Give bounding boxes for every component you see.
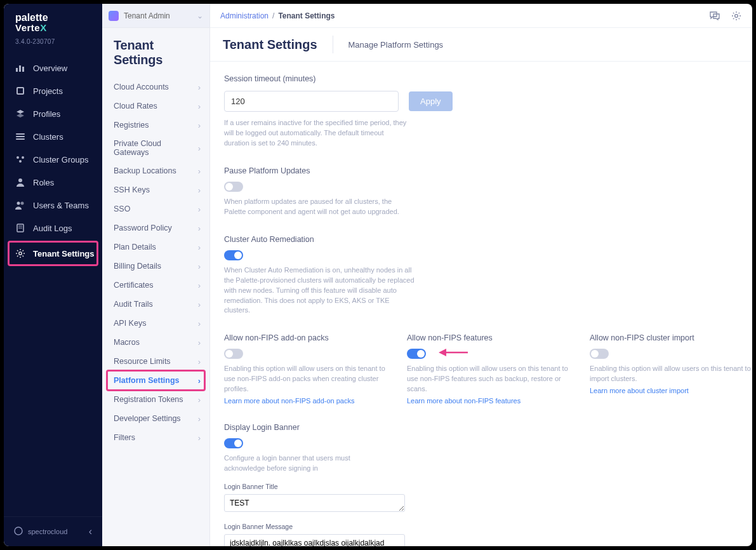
chevron-left-icon[interactable]: ‹ xyxy=(89,526,92,537)
login-title-input[interactable] xyxy=(224,494,405,512)
subnav-sso[interactable]: SSO› xyxy=(102,199,209,218)
subnav-label: Platform Settings xyxy=(114,376,180,385)
fips-import-block: Allow non-FIPS cluster import Enabling t… xyxy=(590,333,752,405)
fips-import-link[interactable]: Learn more about cluster import xyxy=(590,387,689,394)
page-subtitle: Manage Platform Settings xyxy=(348,40,444,50)
sidebar-footer[interactable]: spectrocloud ‹ xyxy=(4,516,102,546)
settings-sidebar: Tenant Admin ⌄ Tenant Settings Cloud Acc… xyxy=(102,4,210,546)
nav-profiles[interactable]: Profiles xyxy=(4,102,102,125)
nav-clusters[interactable]: Clusters xyxy=(4,125,102,148)
chevron-right-icon: › xyxy=(198,433,201,443)
subnav-label: Certificates xyxy=(114,281,154,290)
auto-remediation-toggle[interactable] xyxy=(224,250,243,260)
subnav-label: Audit Trails xyxy=(114,300,153,309)
fips-row: Allow non-FIPS add-on packs Enabling thi… xyxy=(224,333,738,405)
svg-point-15 xyxy=(15,527,22,535)
chat-icon[interactable] xyxy=(709,10,720,22)
subnav-private-cloud-gateways[interactable]: Private Cloud Gateways› xyxy=(102,135,209,161)
subnav-registration-tokens[interactable]: Registration Tokens› xyxy=(102,390,209,409)
svg-rect-2 xyxy=(22,67,24,72)
subnav-backup-locations[interactable]: Backup Locations› xyxy=(102,161,209,180)
document-icon xyxy=(15,223,25,233)
subnav-registries[interactable]: Registries› xyxy=(102,116,209,135)
fips-packs-toggle[interactable] xyxy=(224,349,243,359)
breadcrumb-sep: / xyxy=(272,11,274,20)
subnav-platform-settings[interactable]: Platform Settings› xyxy=(102,371,209,390)
svg-point-10 xyxy=(21,202,24,205)
nav-overview[interactable]: Overview xyxy=(4,57,102,79)
login-title-label: Login Banner Title xyxy=(224,483,738,490)
chevron-right-icon: › xyxy=(198,395,201,405)
fips-import-toggle[interactable] xyxy=(590,349,609,359)
nav-projects[interactable]: Projects xyxy=(4,79,102,102)
login-help: Configure a login banner that users must… xyxy=(224,453,389,474)
svg-point-9 xyxy=(17,202,20,205)
nav-users-teams[interactable]: Users & Teams xyxy=(4,194,102,217)
nav-tenant-settings[interactable]: Tenant Settings xyxy=(4,242,102,265)
subnav-certificates[interactable]: Certificates› xyxy=(102,276,209,295)
fips-packs-block: Allow non-FIPS add-on packs Enabling thi… xyxy=(224,333,389,405)
fips-import-title: Allow non-FIPS cluster import xyxy=(590,333,752,342)
chevron-right-icon: › xyxy=(198,319,201,328)
chevron-right-icon: › xyxy=(198,185,201,195)
fips-packs-help: Enabling this option will allow users on… xyxy=(224,364,389,394)
nav-roles[interactable]: Roles xyxy=(4,171,102,194)
nav-label: Overview xyxy=(33,64,67,73)
fips-feat-link[interactable]: Learn more about non-FIPS features xyxy=(407,397,521,405)
tenant-label: Tenant Admin xyxy=(124,11,170,20)
chevron-right-icon: › xyxy=(198,376,201,386)
subnav-label: Cloud Accounts xyxy=(114,83,169,91)
subnav-cloud-rates[interactable]: Cloud Rates› xyxy=(102,97,209,116)
chevron-right-icon: › xyxy=(198,102,201,111)
subnav-label: Macros xyxy=(114,338,140,347)
content-area: Session timeout (minutes) Apply If a use… xyxy=(210,62,752,546)
vendor-label: spectrocloud xyxy=(28,528,67,535)
session-timeout-label: Session timeout (minutes) xyxy=(224,74,738,83)
primary-sidebar: palette VerteX 3.4.0-230707 Overview Pro… xyxy=(4,4,102,546)
subnav-api-keys[interactable]: API Keys› xyxy=(102,314,209,333)
nav-label: Tenant Settings xyxy=(33,249,95,258)
chevron-right-icon: › xyxy=(198,243,201,252)
subnav-billing-details[interactable]: Billing Details› xyxy=(102,257,209,276)
subnav-resource-limits[interactable]: Resource Limits› xyxy=(102,352,209,371)
svg-point-5 xyxy=(17,156,19,159)
subnav-label: Password Policy xyxy=(114,224,172,232)
subnav-developer-settings[interactable]: Developer Settings› xyxy=(102,409,209,428)
subnav-label: API Keys xyxy=(114,319,146,328)
subnav-plan-details[interactable]: Plan Details› xyxy=(102,238,209,257)
pause-updates-toggle[interactable] xyxy=(224,182,243,192)
subnav-filters[interactable]: Filters› xyxy=(102,428,209,447)
subnav-audit-trails[interactable]: Audit Trails› xyxy=(102,295,209,314)
subnav-password-policy[interactable]: Password Policy› xyxy=(102,218,209,238)
auto-title: Cluster Auto Remediation xyxy=(224,235,414,244)
nav-label: Audit Logs xyxy=(33,224,72,233)
subnav-label: Filters xyxy=(114,433,135,442)
page-title: Tenant Settings xyxy=(223,37,317,52)
login-message-input[interactable] xyxy=(224,534,405,546)
apply-button[interactable]: Apply xyxy=(409,91,453,111)
svg-point-16 xyxy=(735,14,738,17)
fips-features-toggle[interactable] xyxy=(407,349,426,359)
fips-packs-link[interactable]: Learn more about non-FIPS add-on packs xyxy=(224,397,354,405)
users-icon xyxy=(15,200,25,210)
tenant-selector[interactable]: Tenant Admin ⌄ xyxy=(102,4,209,28)
subnav-macros[interactable]: Macros› xyxy=(102,333,209,352)
chevron-down-icon: ⌄ xyxy=(197,11,203,20)
nav-cluster-groups[interactable]: Cluster Groups xyxy=(4,148,102,171)
tenant-icon xyxy=(109,11,119,21)
main-panel: Administration / Tenant Settings Tenant … xyxy=(210,4,752,546)
gear-icon xyxy=(15,248,25,258)
chevron-right-icon: › xyxy=(198,414,201,424)
subnav-ssh-keys[interactable]: SSH Keys› xyxy=(102,180,209,199)
gear-icon[interactable] xyxy=(731,10,742,22)
chart-icon xyxy=(15,63,25,73)
nav-label: Clusters xyxy=(33,132,63,142)
chevron-right-icon: › xyxy=(198,166,201,176)
subnav-cloud-accounts[interactable]: Cloud Accounts› xyxy=(102,77,209,97)
session-timeout-input[interactable] xyxy=(224,91,399,112)
brand-line2a: Verte xyxy=(15,22,40,33)
nav-audit-logs[interactable]: Audit Logs xyxy=(4,217,102,239)
svg-point-8 xyxy=(18,178,22,182)
breadcrumb-root[interactable]: Administration xyxy=(220,11,269,20)
login-banner-toggle[interactable] xyxy=(224,438,243,448)
